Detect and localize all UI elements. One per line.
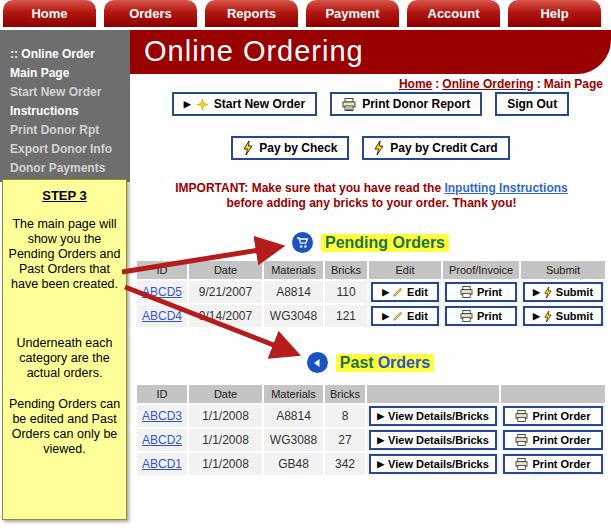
step-note-paragraph: The main page will show you the Pending … xyxy=(5,217,124,292)
order-materials: WG3048 xyxy=(264,305,323,327)
print-button[interactable]: Print xyxy=(445,306,517,326)
view-details-label: View Details/Bricks xyxy=(388,458,489,470)
play-icon: ▶ xyxy=(533,312,540,321)
order-materials: A8814 xyxy=(264,281,323,303)
print-order-button[interactable]: Print Order xyxy=(503,406,603,426)
breadcrumb-online-ordering-link[interactable]: Online Ordering xyxy=(442,77,533,91)
printer-icon xyxy=(342,98,356,111)
play-icon: ▶ xyxy=(533,288,540,297)
col-id: ID xyxy=(137,261,187,279)
nav-tab-account[interactable]: Account xyxy=(407,0,500,27)
order-date: 1/1/2008 xyxy=(189,405,262,427)
table-row: ABCD1 1/1/2008 GB48 342 ▶View Details/Br… xyxy=(137,453,605,475)
view-details-button[interactable]: ▶View Details/Bricks xyxy=(369,454,497,474)
lightning-icon xyxy=(544,311,552,322)
toolbar-row-1: ▶ Start New Order Print Donor Report Sig… xyxy=(130,92,611,116)
lightning-icon xyxy=(374,141,384,155)
lightning-icon xyxy=(544,287,552,298)
view-details-button[interactable]: ▶View Details/Bricks xyxy=(369,406,497,426)
pending-header-row: ID Date Materials Bricks Edit Proof/Invo… xyxy=(137,261,605,279)
past-orders-word2: Orders xyxy=(378,354,430,371)
print-order-label: Print Order xyxy=(532,434,590,446)
nav-tab-payment[interactable]: Payment xyxy=(306,0,399,27)
nav-tab-orders[interactable]: Orders xyxy=(104,0,197,27)
printer-icon xyxy=(515,434,528,446)
pending-orders-heading: Pending Orders xyxy=(130,232,611,253)
edit-button[interactable]: ▶Edit xyxy=(371,282,439,302)
pending-orders-title: Pending Orders xyxy=(321,234,449,252)
step-note-paragraph: Pending Orders can be edited and Past Or… xyxy=(5,397,124,457)
view-details-label: View Details/Bricks xyxy=(388,410,489,422)
online-ordering-page: Home Orders Reports Payment Account Help… xyxy=(0,0,611,529)
col-date: Date xyxy=(189,385,262,403)
notice-text-line2: before adding any bricks to your order. … xyxy=(226,196,516,210)
step-note-title: STEP 3 xyxy=(5,188,124,203)
order-id-link[interactable]: ABCD5 xyxy=(142,285,182,299)
print-order-button[interactable]: Print Order xyxy=(503,454,603,474)
table-row: ABCD2 1/1/2008 WG3088 27 ▶View Details/B… xyxy=(137,429,605,451)
table-row: ABCD3 1/1/2008 A8814 8 ▶View Details/Bri… xyxy=(137,405,605,427)
edit-button[interactable]: ▶Edit xyxy=(371,306,439,326)
lightning-icon xyxy=(243,141,253,155)
sidebar-item-online-order[interactable]: :: Online Order xyxy=(0,45,130,64)
submit-button[interactable]: ▶Submit xyxy=(523,306,603,326)
page-header-band: Online Ordering xyxy=(130,30,611,74)
notice-text: IMPORTANT: Make sure that you have read … xyxy=(175,181,444,195)
order-id-link[interactable]: ABCD4 xyxy=(142,309,182,323)
order-materials: WG3088 xyxy=(264,429,323,451)
order-date: 1/1/2008 xyxy=(189,453,262,475)
sidebar-item-donor-payments[interactable]: Donor Payments xyxy=(0,159,130,178)
past-header-row: ID Date Materials Bricks xyxy=(137,385,605,403)
view-details-button[interactable]: ▶View Details/Bricks xyxy=(369,430,497,450)
order-bricks: 110 xyxy=(325,281,367,303)
sidebar: :: Online Order Main Page Start New Orde… xyxy=(0,30,130,182)
col-id: ID xyxy=(137,385,187,403)
col-edit: Edit xyxy=(369,261,441,279)
past-orders-table: ID Date Materials Bricks ABCD3 1/1/2008 … xyxy=(135,383,607,477)
nav-tab-help[interactable]: Help xyxy=(508,0,601,27)
play-icon: ▶ xyxy=(382,288,389,297)
inputting-instructions-link[interactable]: Inputting Instructions xyxy=(444,181,567,195)
shopping-cart-icon xyxy=(292,232,313,253)
print-order-button[interactable]: Print Order xyxy=(503,430,603,450)
submit-button[interactable]: ▶Submit xyxy=(523,282,603,302)
start-new-order-button[interactable]: ▶ Start New Order xyxy=(172,92,317,116)
col-bricks: Bricks xyxy=(325,261,367,279)
col-date: Date xyxy=(189,261,262,279)
sidebar-item-instructions[interactable]: Instructions xyxy=(0,102,130,121)
print-button[interactable]: Print xyxy=(445,282,517,302)
nav-tab-reports[interactable]: Reports xyxy=(205,0,298,27)
nav-tab-home[interactable]: Home xyxy=(3,0,96,27)
sidebar-item-main-page[interactable]: Main Page xyxy=(0,64,130,83)
col-materials: Materials xyxy=(264,261,323,279)
table-row: ABCD5 9/21/2007 A8814 110 ▶Edit Print ▶S… xyxy=(137,281,605,303)
step-note-paragraph: Underneath each category are the actual … xyxy=(5,336,124,381)
print-donor-report-button[interactable]: Print Donor Report xyxy=(330,92,482,116)
breadcrumb-separator: : xyxy=(534,77,544,91)
play-icon: ▶ xyxy=(382,312,389,321)
col-materials: Materials xyxy=(264,385,323,403)
sidebar-item-export-donor-info[interactable]: Export Donor Info xyxy=(0,140,130,159)
pencil-icon xyxy=(393,287,403,297)
sidebar-item-start-new-order[interactable]: Start New Order xyxy=(0,83,130,102)
submit-label: Submit xyxy=(556,310,593,322)
order-id-link[interactable]: ABCD2 xyxy=(142,433,182,447)
pay-by-check-button[interactable]: Pay by Check xyxy=(231,136,349,160)
past-orders-word1: Past xyxy=(340,354,374,371)
order-materials: A8814 xyxy=(264,405,323,427)
sign-out-label: Sign Out xyxy=(507,97,557,111)
pay-by-credit-card-label: Pay by Credit Card xyxy=(390,141,497,155)
sign-out-button[interactable]: Sign Out xyxy=(495,92,569,116)
breadcrumb-home-link[interactable]: Home xyxy=(399,77,432,91)
printer-icon xyxy=(515,458,528,470)
star-icon xyxy=(197,99,208,110)
sidebar-item-print-donor-rpt[interactable]: Print Donor Rpt xyxy=(0,121,130,140)
edit-label: Edit xyxy=(407,286,428,298)
pay-by-credit-card-button[interactable]: Pay by Credit Card xyxy=(362,136,509,160)
order-bricks: 342 xyxy=(325,453,365,475)
print-order-label: Print Order xyxy=(532,410,590,422)
order-id-link[interactable]: ABCD1 xyxy=(142,457,182,471)
order-id-link[interactable]: ABCD3 xyxy=(142,409,182,423)
play-icon: ▶ xyxy=(184,100,191,109)
order-bricks: 27 xyxy=(325,429,365,451)
